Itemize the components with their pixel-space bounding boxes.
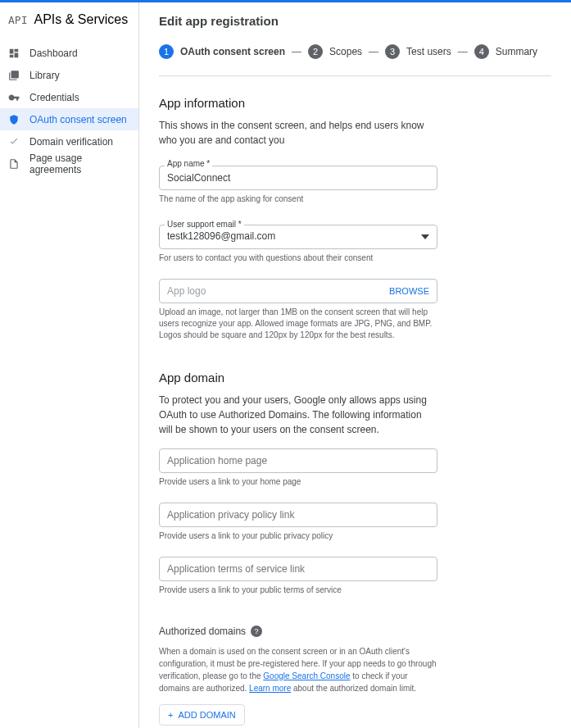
check-icon — [8, 136, 20, 148]
homepage-input[interactable] — [159, 448, 437, 473]
support-email-group: User support email testk128096@gmail.com… — [159, 220, 437, 264]
key-icon — [8, 92, 20, 103]
terms-input[interactable] — [159, 557, 437, 581]
homepage-group: Provide users a link to your home page — [159, 448, 437, 488]
helper-text: Provide users a link to your public term… — [159, 585, 437, 596]
app-name-group: App name The name of the app asking for … — [159, 159, 437, 205]
app-information-section: App information This shows in the consen… — [159, 96, 551, 341]
helper-text: Provide users a link to your home page — [159, 476, 437, 488]
support-email-label: User support email — [165, 220, 244, 229]
privacy-group: Provide users a link to your public priv… — [159, 503, 437, 542]
nav-label: Page usage agreements — [29, 152, 130, 175]
terms-group: Provide users a link to your public term… — [159, 557, 437, 596]
sidebar-header: API APIs & Services — [0, 2, 138, 37]
step-label: Summary — [496, 46, 537, 57]
plus-icon: + — [168, 710, 173, 720]
app-domain-section: App domain To protect you and your users… — [159, 371, 551, 596]
step-connector: — — [458, 46, 468, 57]
nav-library[interactable]: Library — [0, 64, 138, 86]
nav-dashboard[interactable]: Dashboard — [0, 42, 138, 64]
page-title: Edit app registration — [159, 14, 551, 28]
nav-label: Dashboard — [29, 48, 78, 59]
privacy-input[interactable] — [159, 503, 437, 527]
sidebar-nav: Dashboard Library Credentials OAuth cons… — [0, 37, 138, 175]
agreement-icon — [8, 158, 20, 170]
app-name-label: App name — [165, 159, 212, 168]
add-domain-button[interactable]: + ADD DOMAIN — [159, 704, 245, 726]
nav-label: Domain verification — [29, 136, 113, 148]
app-name-input[interactable] — [159, 166, 437, 190]
step-label: OAuth consent screen — [180, 46, 285, 57]
nav-domain-verification[interactable]: Domain verification — [0, 130, 138, 152]
helper-text: Upload an image, not larger than 1MB on … — [159, 307, 437, 341]
nav-label: Credentials — [29, 92, 79, 103]
sidebar: API APIs & Services Dashboard Library Cr… — [0, 2, 139, 728]
sidebar-title: APIs & Services — [34, 12, 128, 27]
nav-page-usage[interactable]: Page usage agreements — [0, 152, 138, 175]
step-number: 1 — [159, 44, 174, 59]
step-consent[interactable]: 1 OAuth consent screen — [159, 44, 285, 59]
step-testusers[interactable]: 3 Test users — [385, 44, 451, 59]
subhead: Authorized domains ? — [159, 626, 551, 637]
step-scopes[interactable]: 2 Scopes — [308, 44, 362, 59]
consent-icon — [8, 114, 20, 125]
nav-label: OAuth consent screen — [29, 114, 127, 125]
section-desc: To protect you and your users, Google on… — [159, 393, 437, 437]
step-summary[interactable]: 4 Summary — [474, 44, 537, 59]
section-desc: This shows in the consent screen, and he… — [159, 118, 437, 148]
step-number: 4 — [474, 44, 489, 59]
section-title: App information — [159, 96, 551, 110]
search-console-link[interactable]: Google Search Console — [263, 671, 350, 680]
logo-placeholder: App logo — [167, 285, 389, 297]
authorized-domains-desc: When a domain is used on the consent scr… — [159, 645, 437, 694]
step-connector: — — [369, 46, 378, 57]
subhead-title: Authorized domains — [159, 626, 246, 637]
help-icon[interactable]: ? — [251, 626, 262, 637]
divider — [159, 75, 551, 76]
step-label: Test users — [406, 46, 451, 57]
browse-button[interactable]: BROWSE — [389, 286, 429, 296]
learn-more-link[interactable]: Learn more — [249, 684, 291, 693]
helper-text: Provide users a link to your public priv… — [159, 530, 437, 542]
dashboard-icon — [8, 48, 20, 59]
app-logo-group: App logo BROWSE Upload an image, not lar… — [159, 279, 437, 341]
api-logo: API — [8, 14, 27, 26]
nav-credentials[interactable]: Credentials — [0, 86, 138, 108]
nav-label: Library — [29, 70, 60, 81]
step-number: 2 — [308, 44, 323, 59]
step-number: 3 — [385, 44, 400, 59]
main-content: Edit app registration 1 OAuth consent sc… — [139, 2, 571, 728]
nav-oauth-consent[interactable]: OAuth consent screen — [0, 108, 138, 130]
authorized-domains-section: Authorized domains ? When a domain is us… — [159, 626, 551, 726]
app-logo-field[interactable]: App logo BROWSE — [159, 279, 437, 303]
add-domain-label: ADD DOMAIN — [178, 710, 235, 720]
stepper: 1 OAuth consent screen — 2 Scopes — 3 Te… — [159, 44, 551, 59]
helper-text: The name of the app asking for consent — [159, 193, 437, 205]
step-label: Scopes — [329, 46, 362, 57]
step-connector: — — [292, 46, 301, 57]
helper-text: For users to contact you with questions … — [159, 253, 437, 264]
library-icon — [8, 70, 20, 81]
section-title: App domain — [159, 371, 551, 384]
